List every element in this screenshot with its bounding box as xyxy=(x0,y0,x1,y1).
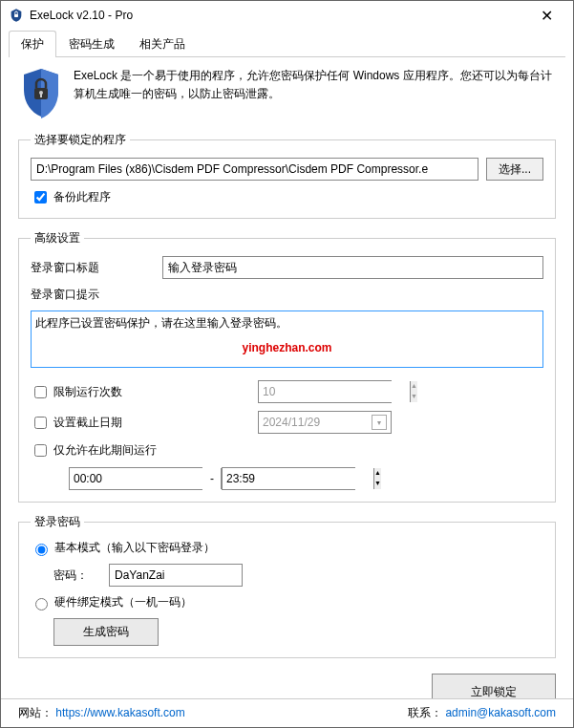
limit-runs-label: 限制运行次数 xyxy=(53,384,122,400)
limit-runs-spinner[interactable]: ▲▼ xyxy=(258,380,392,403)
lock-now-button[interactable]: 立即锁定 xyxy=(432,674,556,698)
period-checkbox[interactable] xyxy=(34,444,47,457)
site-label: 网站： xyxy=(18,706,53,719)
advanced-legend: 高级设置 xyxy=(31,230,84,246)
backup-checkbox[interactable] xyxy=(34,191,47,203)
hardware-mode-radio[interactable] xyxy=(35,598,48,610)
contact-label: 联系： xyxy=(408,706,442,719)
tab-protect[interactable]: 保护 xyxy=(9,31,56,57)
program-path-input[interactable] xyxy=(31,158,478,181)
intro: ExeLock 是一个易于使用的程序，允许您密码保护任何 Windows 应用程… xyxy=(18,67,556,120)
select-button[interactable]: 选择... xyxy=(486,158,543,181)
backup-label: 备份此程序 xyxy=(53,189,111,205)
shield-icon xyxy=(18,67,64,120)
basic-mode-radio[interactable] xyxy=(35,544,48,556)
program-legend: 选择要锁定的程序 xyxy=(31,132,130,148)
login-prompt-label: 登录窗口提示 xyxy=(31,287,99,303)
spin-up-icon[interactable]: ▲ xyxy=(374,468,381,479)
site-link[interactable]: https://www.kakasoft.com xyxy=(55,706,184,719)
program-group: 选择要锁定的程序 选择... 备份此程序 xyxy=(18,132,556,219)
tab-pwdgen[interactable]: 密码生成 xyxy=(56,31,127,57)
period-label: 仅允许在此期间运行 xyxy=(53,442,157,459)
tab-related[interactable]: 相关产品 xyxy=(127,31,198,57)
hardware-mode-label: 硬件绑定模式（一机一码） xyxy=(54,594,192,610)
login-title-input[interactable] xyxy=(162,256,543,279)
spin-down-icon[interactable]: ▼ xyxy=(411,392,417,402)
tab-bar: 保护 密码生成 相关产品 xyxy=(9,30,565,57)
basic-mode-label: 基本模式（输入以下密码登录） xyxy=(54,540,215,556)
window-title: ExeLock v2.10 - Pro xyxy=(30,9,527,22)
close-button[interactable]: ✕ xyxy=(527,7,565,25)
intro-text: ExeLock 是一个易于使用的程序，允许您密码保护任何 Windows 应用程… xyxy=(74,67,556,103)
time-from-input[interactable]: ▲▼ xyxy=(69,467,202,490)
login-title-label: 登录窗口标题 xyxy=(31,260,155,276)
advanced-group: 高级设置 登录窗口标题 登录窗口提示 此程序已设置密码保护，请在这里输入登录密码… xyxy=(18,230,556,503)
expiry-checkbox[interactable] xyxy=(34,417,47,429)
footer: 网站： https://www.kakasoft.com 联系： admin@k… xyxy=(1,698,573,727)
svg-rect-3 xyxy=(40,94,42,97)
password-group: 登录密码 基本模式（输入以下密码登录） 密码： 硬件绑定模式（一机一码） 生成密… xyxy=(18,514,556,658)
app-icon xyxy=(9,8,24,23)
contact-link[interactable]: admin@kakasoft.com xyxy=(445,706,556,719)
calendar-dropdown-icon[interactable]: ▾ xyxy=(372,415,387,430)
login-prompt-textarea[interactable]: 此程序已设置密码保护，请在这里输入登录密码。 xyxy=(31,310,543,368)
limit-runs-checkbox[interactable] xyxy=(34,386,47,398)
expiry-date-input[interactable]: 2024/11/29 ▾ xyxy=(258,411,392,434)
pwd-label: 密码： xyxy=(53,567,101,584)
generate-password-button[interactable]: 生成密码 xyxy=(53,618,159,646)
svg-rect-0 xyxy=(14,14,18,17)
expiry-label: 设置截止日期 xyxy=(53,415,122,431)
password-input[interactable] xyxy=(109,564,243,587)
time-to-input[interactable]: ▲▼ xyxy=(222,467,355,490)
password-legend: 登录密码 xyxy=(31,514,84,530)
titlebar: ExeLock v2.10 - Pro ✕ xyxy=(1,1,573,30)
spin-down-icon[interactable]: ▼ xyxy=(374,479,381,489)
content: ExeLock 是一个易于使用的程序，允许您密码保护任何 Windows 应用程… xyxy=(1,57,573,698)
spin-up-icon[interactable]: ▲ xyxy=(411,381,417,392)
